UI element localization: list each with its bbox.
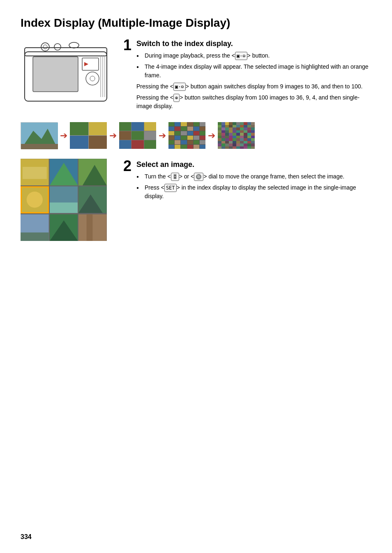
arrow-4: ➔ [208,130,215,141]
zoom-in-icon: ⊕ [173,94,180,102]
svg-point-5 [69,42,79,48]
svg-point-4 [54,44,61,50]
step2-title: Select an image. [136,160,371,169]
section-2: 2 Select an image. Turn the <🎛> or <🔘> d… [21,159,371,241]
main-dial-icon: 🎛 [171,173,179,181]
prog-4 [70,122,107,149]
grid-9-thumb [119,122,156,149]
svg-rect-6 [33,57,78,92]
idx-cell-3 [78,159,107,185]
svg-rect-30 [21,232,49,241]
arrow-2: ➔ [109,130,117,141]
prog-single [21,122,58,149]
idx-cell-9 [78,214,107,241]
step2-number: 2 [123,159,131,174]
step1-bullet-1: During image playback, press the <▣·⊖> b… [136,51,371,60]
svg-point-24 [27,192,43,208]
index-zoom-icon: ▣·⊖ [173,83,186,91]
step2-bullet-2: Press <SET> in the index display to disp… [136,183,371,201]
step2-bullets: Turn the <🎛> or <🔘> dial to move the ora… [136,172,371,201]
idx-cell-7 [21,214,49,241]
step1-bullets: During image playback, press the <▣·⊖> b… [136,51,371,80]
prog-36 [168,122,205,149]
idx-cell-6 [78,186,107,213]
camera-illustration [21,39,111,105]
step1-number: 1 [123,38,131,53]
index-grid [21,159,107,241]
idx-cell-8 [50,214,78,241]
grid-36-thumb [168,122,205,149]
section-1: 1 Switch to the index display. During im… [21,39,371,114]
idx-cell-1 [21,159,49,185]
step1-header: 1 Switch to the index display. During im… [123,39,371,111]
svg-rect-18 [23,167,47,179]
step1-extra1: Pressing the <▣·⊖> button again switches… [136,82,371,91]
step2-content: 2 Select an image. Turn the <🎛> or <🔘> d… [123,159,371,241]
prog-100 [218,122,255,149]
step2-bullet-1: Turn the <🎛> or <🔘> dial to move the ora… [136,172,371,181]
svg-point-2 [41,43,49,51]
svg-point-8 [86,72,99,85]
arrow-1: ➔ [60,130,67,141]
step1-title: Switch to the index display. [136,39,371,48]
arrow-3: ➔ [159,130,166,141]
quick-control-icon: 🔘 [194,173,203,181]
svg-rect-26 [50,203,78,213]
idx-cell-4 [21,186,49,213]
page-title: Index Display (Multiple-Image Display) [21,16,371,30]
svg-point-3 [43,45,47,49]
single-image-thumb [21,122,58,149]
svg-rect-34 [87,214,93,241]
idx-cell-2 [50,159,78,185]
idx-cell-5 [50,186,78,213]
svg-point-9 [90,76,95,81]
step1-content: 1 Switch to the index display. During im… [123,39,371,114]
step1-bullet-2: The 4-image index display will appear. T… [136,62,371,80]
step2-header: 2 Select an image. Turn the <🎛> or <🔘> d… [123,160,371,203]
index-button-icon: ▣·⊖ [235,52,247,60]
progression-row: ➔ ➔ ➔ [21,122,371,149]
svg-rect-16 [21,144,58,149]
svg-marker-10 [84,62,88,66]
grid-100-thumb [218,122,255,149]
step1-extra2: Pressing the <⊕> button switches display… [136,93,371,111]
grid-4-thumb [70,122,107,149]
index-preview [21,159,111,241]
page-number: 334 [21,533,32,541]
prog-9 [119,122,156,149]
set-button-icon: SET [164,184,177,192]
